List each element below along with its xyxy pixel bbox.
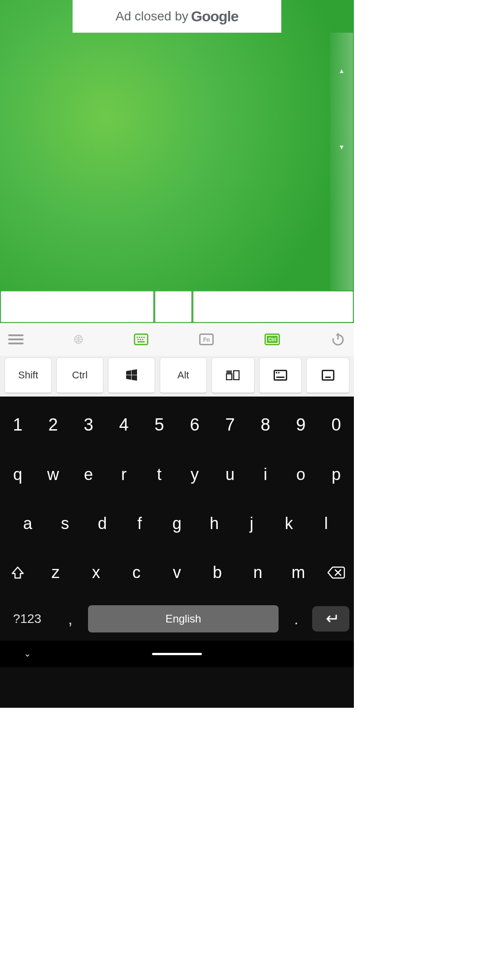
key-6[interactable]: 6 bbox=[177, 415, 212, 436]
key-x[interactable]: x bbox=[76, 563, 116, 582]
svg-rect-22 bbox=[234, 371, 239, 380]
backspace-key[interactable] bbox=[318, 566, 354, 579]
key-8[interactable]: 8 bbox=[248, 415, 283, 436]
key-t[interactable]: t bbox=[142, 465, 177, 484]
ad-prefix: Ad closed by bbox=[116, 9, 188, 24]
fn-icon[interactable]: Fn bbox=[199, 333, 214, 346]
svg-rect-9 bbox=[137, 339, 139, 340]
shift-up-icon bbox=[10, 565, 25, 580]
key-e[interactable]: e bbox=[71, 465, 106, 484]
fn-icon-label: Fn bbox=[203, 337, 210, 343]
enter-icon bbox=[323, 614, 338, 624]
mouse-right-button[interactable] bbox=[193, 291, 353, 322]
menu-icon[interactable] bbox=[8, 333, 24, 346]
svg-rect-28 bbox=[278, 372, 279, 373]
key-i[interactable]: i bbox=[248, 465, 283, 484]
key-d[interactable]: d bbox=[83, 514, 121, 533]
svg-marker-18 bbox=[126, 370, 131, 375]
key-7[interactable]: 7 bbox=[212, 415, 248, 436]
svg-marker-19 bbox=[132, 369, 137, 375]
space-key[interactable]: English bbox=[88, 605, 279, 632]
key-q[interactable]: q bbox=[0, 465, 35, 484]
svg-rect-8 bbox=[143, 337, 145, 338]
alt-key-label: Alt bbox=[177, 369, 189, 381]
ad-brand: Google bbox=[191, 8, 238, 25]
shift-key[interactable]: Shift bbox=[5, 358, 52, 394]
key-9[interactable]: 9 bbox=[283, 415, 318, 436]
key-2[interactable]: 2 bbox=[35, 415, 71, 436]
gesture-handle[interactable] bbox=[152, 653, 202, 655]
virtual-keyboard-icon[interactable] bbox=[133, 333, 149, 346]
svg-rect-10 bbox=[140, 339, 141, 340]
alt-key[interactable]: Alt bbox=[160, 358, 207, 394]
key-p[interactable]: p bbox=[318, 465, 354, 484]
soft-keyboard: 1 2 3 4 5 6 7 8 9 0 q w e r t y u i o p … bbox=[0, 397, 354, 708]
keyboard-lower-icon bbox=[274, 370, 287, 381]
collapse-keyboard-icon[interactable]: ⌄ bbox=[0, 649, 54, 659]
enter-key[interactable] bbox=[312, 606, 349, 632]
mouse-middle-button[interactable] bbox=[155, 291, 191, 322]
svg-rect-29 bbox=[276, 377, 284, 378]
symbols-key[interactable]: ?123 bbox=[0, 612, 54, 626]
keyboard-lower-key[interactable] bbox=[259, 358, 302, 394]
svg-rect-27 bbox=[276, 372, 277, 373]
period-key[interactable]: . bbox=[280, 610, 312, 628]
svg-rect-5 bbox=[137, 337, 138, 338]
key-1[interactable]: 1 bbox=[0, 415, 35, 436]
key-y[interactable]: y bbox=[177, 465, 212, 484]
keyboard-row-asdf: a s d f g h j k l bbox=[0, 499, 354, 548]
show-desktop-icon bbox=[322, 370, 334, 381]
key-u[interactable]: u bbox=[212, 465, 248, 484]
svg-rect-12 bbox=[137, 341, 145, 343]
key-h[interactable]: h bbox=[196, 514, 233, 533]
ctrl-key-label: Ctrl bbox=[72, 369, 88, 381]
key-r[interactable]: r bbox=[106, 465, 142, 484]
app-toolbar: Fn Ctrl bbox=[0, 323, 354, 356]
key-f[interactable]: f bbox=[121, 514, 158, 533]
key-o[interactable]: o bbox=[283, 465, 318, 484]
space-label: English bbox=[166, 612, 201, 625]
vertical-scrollbar[interactable]: ▲ ▼ bbox=[330, 33, 353, 290]
key-k[interactable]: k bbox=[270, 514, 308, 533]
show-desktop-key[interactable] bbox=[306, 358, 349, 394]
key-a[interactable]: a bbox=[9, 514, 46, 533]
ctrl-icon[interactable]: Ctrl bbox=[265, 333, 280, 346]
soft-shift-key[interactable] bbox=[0, 565, 35, 580]
key-v[interactable]: v bbox=[157, 563, 197, 582]
key-3[interactable]: 3 bbox=[71, 415, 106, 436]
key-0[interactable]: 0 bbox=[318, 415, 354, 436]
remote-desktop[interactable]: Ad closed by Google ▲ ▼ bbox=[0, 0, 354, 290]
comma-key[interactable]: , bbox=[54, 610, 86, 628]
key-m[interactable]: m bbox=[278, 563, 318, 582]
svg-rect-31 bbox=[325, 377, 331, 378]
ad-banner[interactable]: Ad closed by Google bbox=[73, 0, 281, 33]
globe-icon[interactable] bbox=[74, 333, 83, 346]
key-s[interactable]: s bbox=[46, 514, 83, 533]
scroll-down-icon[interactable]: ▼ bbox=[338, 143, 345, 151]
mouse-left-button[interactable] bbox=[1, 291, 153, 322]
scroll-up-icon[interactable]: ▲ bbox=[338, 67, 345, 74]
svg-rect-11 bbox=[142, 339, 143, 340]
win-key[interactable] bbox=[108, 358, 155, 394]
keyboard-row-qwerty: q w e r t y u i o p bbox=[0, 450, 354, 499]
key-n[interactable]: n bbox=[238, 563, 278, 582]
keyboard-row-zxc: z x c v b n m bbox=[0, 548, 354, 597]
modifier-keys-row: Shift Ctrl Alt bbox=[0, 356, 354, 397]
key-l[interactable]: l bbox=[308, 514, 345, 533]
svg-marker-21 bbox=[132, 375, 137, 381]
key-j[interactable]: j bbox=[233, 514, 270, 533]
key-w[interactable]: w bbox=[35, 465, 71, 484]
system-nav-bar: ⌄ bbox=[0, 641, 354, 667]
key-5[interactable]: 5 bbox=[142, 415, 177, 436]
key-z[interactable]: z bbox=[35, 563, 76, 582]
backspace-icon bbox=[327, 566, 345, 579]
ctrl-key[interactable]: Ctrl bbox=[56, 358, 103, 394]
task-view-key[interactable] bbox=[211, 358, 255, 394]
key-b[interactable]: b bbox=[197, 563, 238, 582]
key-g[interactable]: g bbox=[158, 514, 196, 533]
windows-icon bbox=[126, 369, 137, 381]
key-c[interactable]: c bbox=[116, 563, 157, 582]
power-icon[interactable] bbox=[330, 333, 346, 346]
key-4[interactable]: 4 bbox=[106, 415, 142, 436]
svg-rect-7 bbox=[141, 337, 142, 338]
